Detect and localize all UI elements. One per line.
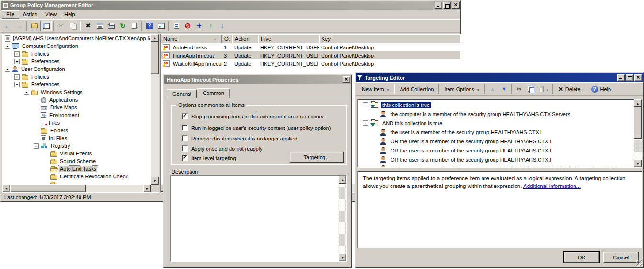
menu-action[interactable]: Action [19,11,42,18]
add-collection-button[interactable]: Add Collection [396,85,437,94]
expander-icon[interactable]: - [363,102,368,107]
tree-item-policies[interactable]: +Policies [3,73,150,81]
targeting-item-collection-1[interactable]: -this collection is true [359,100,633,109]
expander-icon[interactable]: - [5,44,10,49]
minimize-button[interactable] [435,2,442,9]
targeting-titlebar[interactable]: Targeting Editor [356,73,643,82]
tree-item-applications[interactable]: Applications [3,96,150,104]
tree-item-ini-files[interactable]: Ini Files [3,134,150,142]
tree-item-preferences[interactable]: +Preferences [3,58,150,65]
properties-button[interactable] [94,21,105,31]
move-up-button[interactable] [487,84,498,94]
tree-vertical-scrollbar[interactable]: ▲ ▼ [151,34,159,185]
scroll-up-icon[interactable]: ▲ [339,176,346,184]
scroll-down-icon[interactable]: ▼ [634,160,642,167]
block-button[interactable] [182,21,194,31]
item-level-targeting-checkbox[interactable] [182,155,188,161]
scrollbar-thumb[interactable] [10,185,86,192]
tree-item-registry[interactable]: -Registry [3,142,150,150]
tree-item-sound-scheme[interactable]: Sound Scheme [3,157,150,165]
add-button[interactable] [194,21,205,31]
move-down-button[interactable] [217,21,228,31]
expander-icon[interactable]: - [14,82,20,87]
new-window-button[interactable] [155,21,167,31]
tree-item-folders[interactable]: Folders [3,127,150,134]
menu-help[interactable]: Help [60,11,79,18]
targeting-item-collection-2[interactable]: -AND this collection is true [359,118,633,128]
move-up-button[interactable] [205,21,217,31]
targeting-item-member-6[interactable]: OR the user is a member of the security … [359,164,633,167]
maximize-button[interactable] [626,74,633,81]
table-row-waittokillapptimeout[interactable]: WaittoKillAppTimeout 2 Update HKEY_CURRE… [161,59,460,68]
tab-common[interactable]: Common [197,88,230,98]
help-button[interactable] [144,21,155,31]
column-header-key[interactable]: Key [319,35,460,43]
column-header-order[interactable]: O. [222,35,232,43]
item-options-button[interactable]: Item Options [441,85,483,94]
close-button[interactable] [452,2,460,9]
tree-item-policies[interactable]: +Policies [3,50,150,58]
export-list-button[interactable] [128,21,140,31]
close-icon[interactable] [343,76,350,83]
tree-item-drive-maps[interactable]: Drive Maps [3,104,150,111]
help-button[interactable]: Help [588,84,615,94]
copy-button[interactable] [67,21,79,31]
tree-item-computer-configuration[interactable]: -Computer Configuration [3,42,150,50]
description-textarea[interactable]: ▲ ▼ [170,175,347,262]
targeting-button[interactable]: Targeting... [290,152,344,163]
tree-item-files[interactable]: Files [3,119,150,127]
scroll-left-icon[interactable]: ◄ [2,185,10,192]
scroll-down-icon[interactable]: ▼ [151,177,159,185]
scroll-up-icon[interactable]: ▲ [151,34,159,42]
minimize-button[interactable] [617,74,625,81]
targeting-item-member-2[interactable]: the user is a member of the security gro… [359,128,633,137]
expander-icon[interactable]: - [5,67,10,72]
targeting-item-member-1[interactable]: the computer is a member of the security… [359,109,633,118]
tree-item-user-configuration[interactable]: -User Configuration [3,65,150,73]
expander-icon[interactable]: + [14,74,20,80]
forward-button[interactable] [13,21,25,31]
cancel-button[interactable]: Cancel [603,252,639,263]
menu-view[interactable]: View [41,11,60,18]
up-one-level-button[interactable] [29,21,40,31]
new-item-button[interactable]: New Item [358,85,392,94]
maximize-button[interactable] [443,2,451,9]
column-header-hive[interactable]: Hive [258,35,319,43]
scroll-down-icon[interactable]: ▼ [339,254,346,261]
gpme-titlebar[interactable]: Group Policy Management Editor [1,1,460,10]
targeting-item-member-3[interactable]: OR the user is a member of the security … [359,137,633,146]
targeting-item-member-4[interactable]: OR the user is a member of the security … [359,146,633,155]
show-console-tree-button[interactable] [40,21,52,31]
tree-item-visual-effects[interactable]: Visual Effects [3,150,150,157]
copy-button[interactable] [525,84,537,94]
tree-item-preferences[interactable]: -Preferences [3,81,150,88]
expander-icon[interactable]: - [34,143,39,149]
tab-general[interactable]: General [167,89,197,98]
print-button[interactable] [105,21,117,31]
expander-icon[interactable]: + [14,51,20,57]
tree-item-windows-settings[interactable]: -Windows Settings [3,88,150,96]
paste-button[interactable] [537,84,551,94]
tree-item-environment[interactable]: Environment [3,111,150,119]
description-scrollbar[interactable]: ▲ ▼ [339,176,346,261]
properties-titlebar[interactable]: HungAppTimeout Properties [164,75,351,84]
delete-button[interactable]: Delete [555,85,584,94]
refresh-button[interactable] [117,21,128,31]
expander-icon[interactable]: - [24,90,29,95]
scrollbar-thumb[interactable] [151,42,159,74]
remove-item-checkbox[interactable] [182,135,188,141]
stop-processing-checkbox[interactable] [182,113,188,119]
menu-file[interactable]: File [2,10,19,19]
policy-doc-button[interactable] [171,21,182,31]
back-button[interactable] [2,21,13,31]
run-in-context-checkbox[interactable] [182,125,188,131]
tree-horizontal-scrollbar[interactable]: ◄ ► [2,185,151,192]
tree-item-certificate-revocation-check[interactable]: Certificate Revocation Check [3,173,150,180]
ok-button[interactable]: OK [564,252,599,263]
close-button[interactable] [634,74,642,81]
apply-once-checkbox[interactable] [182,145,188,152]
targeting-tree-scrollbar[interactable]: ▲ ▼ [634,99,642,167]
delete-button[interactable] [82,21,94,31]
tree-item-auto-end-tasks[interactable]: Auto End Tasks [3,165,150,173]
expander-icon[interactable]: - [363,120,368,126]
